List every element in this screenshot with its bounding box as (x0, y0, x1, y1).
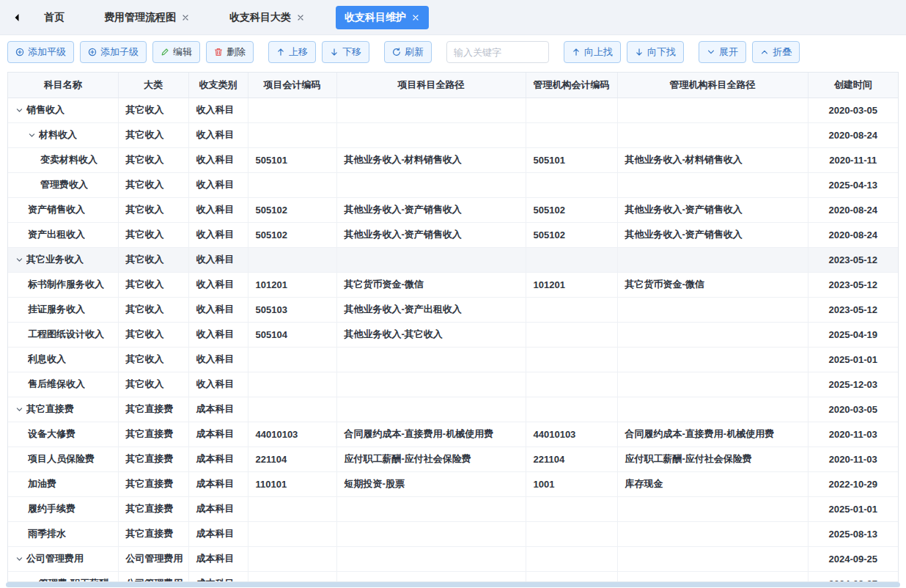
table-row[interactable]: 利息收入其它收入收入科目2025-01-01 (8, 347, 898, 372)
arrow-down-icon (330, 48, 339, 56)
collapse-label: 折叠 (773, 45, 792, 59)
find-group: 向上找向下找 (564, 41, 684, 63)
table-row[interactable]: 公司管理费用公司管理费用成本科目2024-09-25 (8, 546, 898, 571)
org-path-cell: 应付职工薪酬-应付社会保险费 (617, 446, 808, 471)
table-row[interactable]: 变卖材料收入其它收入收入科目505101其他业务收入-材料销售收入505101其… (8, 147, 898, 172)
table-row[interactable]: 其它直接费其它直接费成本科目2020-03-05 (8, 397, 898, 422)
created-cell: 2025-01-01 (808, 347, 898, 372)
keyword-search-input[interactable] (446, 41, 549, 63)
table-row[interactable]: 履约手续费其它直接费成本科目2025-01-01 (8, 496, 898, 521)
subject-name-cell: 其它业务收入 (8, 247, 118, 272)
find-down-label: 向下找 (647, 45, 676, 59)
created-cell: 2025-04-19 (808, 322, 898, 347)
org-path-cell: 其他业务收入-资产销售收入 (617, 197, 808, 222)
type-cell: 收入科目 (188, 272, 248, 297)
trash-icon (214, 48, 223, 56)
table-row[interactable]: 其它业务收入其它收入收入科目2023-05-12 (8, 247, 898, 272)
project-code-cell (248, 496, 336, 521)
tab-2[interactable]: 收支科目大类 (221, 6, 314, 29)
horizontal-scrollbar[interactable] (6, 582, 900, 587)
org-code-cell (526, 496, 617, 521)
table-row[interactable]: 挂证服务收入其它收入收入科目505103其他业务收入-资产出租收入2023-05… (8, 297, 898, 322)
org-path-cell (617, 347, 808, 372)
chevron-down-icon[interactable] (15, 405, 23, 414)
subject-name-cell: 售后维保收入 (8, 372, 118, 397)
category-cell: 其它收入 (118, 272, 188, 297)
created-cell: 2020-03-05 (808, 98, 898, 122)
project-code-cell: 505103 (248, 297, 336, 322)
table-row[interactable]: 管理费收入其它收入收入科目2025-04-13 (8, 172, 898, 197)
subject-table: 科目名称大类收支类别项目会计编码项目科目全路径管理机构会计编码管理机构科目全路径… (7, 72, 899, 582)
tab-3[interactable]: 收支科目维护 (336, 6, 429, 29)
project-path-cell (336, 122, 526, 147)
table-row[interactable]: 资产销售收入其它收入收入科目505102其他业务收入-资产销售收入505102其… (8, 197, 898, 222)
arrow-up-icon (572, 48, 581, 56)
table-row[interactable]: 资产出租收入其它收入收入科目505102其他业务收入-资产销售收入505102其… (8, 222, 898, 247)
move-up-button[interactable]: 上移 (268, 41, 316, 63)
table-row[interactable]: 标书制作服务收入其它收入收入科目101201其它货币资金-微信101201其它货… (8, 272, 898, 297)
column-header-3: 项目会计编码 (248, 73, 336, 98)
arrow-up-icon (276, 48, 285, 56)
type-cell: 收入科目 (188, 297, 248, 322)
chevron-down-icon[interactable] (15, 256, 23, 264)
refresh-button[interactable]: 刷新 (384, 41, 432, 63)
table-row[interactable]: 材料收入其它收入收入科目2020-08-24 (8, 122, 898, 147)
org-path-cell: 其他业务收入-材料销售收入 (617, 147, 808, 172)
org-code-cell (526, 521, 617, 546)
back-chevron-icon[interactable] (9, 10, 25, 26)
find-up-button[interactable]: 向上找 (564, 41, 621, 63)
created-cell: 2024-09-25 (808, 546, 898, 571)
find-down-button[interactable]: 向下找 (627, 41, 684, 63)
table-row[interactable]: 工程图纸设计收入其它收入收入科目505104其他业务收入-其它收入2025-04… (8, 322, 898, 347)
move-down-button[interactable]: 下移 (322, 41, 369, 63)
table-row[interactable]: 设备大修费其它直接费成本科目44010103合同履约成本-直接费用-机械使用费4… (8, 422, 898, 446)
chevron-down-icon[interactable] (15, 106, 23, 114)
subject-name: 利息收入 (28, 353, 66, 366)
tab-1[interactable]: 费用管理流程图 (95, 6, 199, 29)
org-code-cell: 221104 (526, 446, 617, 471)
project-code-cell (248, 172, 336, 197)
tab-list: 首页费用管理流程图收支科目大类收支科目维护 (35, 6, 429, 29)
subject-name-cell: 资产出租收入 (8, 222, 118, 247)
tab-label: 首页 (44, 11, 65, 24)
org-code-cell (526, 247, 617, 272)
created-cell: 2025-08-13 (808, 521, 898, 546)
org-path-cell (617, 397, 808, 422)
category-cell: 其它直接费 (118, 471, 188, 496)
close-icon[interactable] (296, 13, 305, 22)
add-child-button[interactable]: 添加子级 (80, 41, 147, 63)
org-path-cell (617, 496, 808, 521)
table-row[interactable]: 管理费-职工薪酬公司管理费用成本科目2024-09-27 (8, 571, 898, 582)
category-cell: 其它直接费 (118, 422, 188, 446)
arrow-down-icon (635, 48, 644, 56)
edit-button[interactable]: 编辑 (152, 41, 200, 63)
subject-name: 工程图纸设计收入 (28, 328, 104, 341)
type-cell: 收入科目 (188, 247, 248, 272)
add-sibling-button[interactable]: 添加平级 (7, 41, 74, 63)
close-icon[interactable] (411, 13, 420, 22)
refresh-label: 刷新 (405, 45, 424, 59)
chevron-down-icon[interactable] (15, 555, 23, 563)
chevron-down-icon[interactable] (28, 131, 36, 139)
org-code-cell (526, 397, 617, 422)
delete-label: 删除 (226, 45, 246, 59)
subject-name-cell: 公司管理费用 (8, 546, 118, 571)
table-row[interactable]: 项目人员保险费其它直接费成本科目221104应付职工薪酬-应付社会保险费2211… (8, 446, 898, 471)
project-path-cell: 其他业务收入-资产出租收入 (336, 297, 526, 322)
category-cell: 其它收入 (118, 297, 188, 322)
collapse-button[interactable]: 折叠 (752, 41, 800, 63)
table-row[interactable]: 雨季排水其它直接费成本科目2025-08-13 (8, 521, 898, 546)
toolbar: 添加平级添加子级编辑删除上移下移刷新向上找向下找展开折叠 (0, 35, 906, 69)
tab-0[interactable]: 首页 (35, 6, 73, 29)
table-row[interactable]: 售后维保收入其它收入收入科目2025-12-03 (8, 372, 898, 397)
org-path-cell: 库存现金 (617, 471, 808, 496)
close-icon[interactable] (181, 13, 190, 22)
table-row[interactable]: 销售收入其它收入收入科目2020-03-05 (8, 98, 898, 122)
project-path-cell (336, 98, 526, 122)
table-row[interactable]: 加油费其它直接费成本科目110101短期投资-股票1001库存现金2022-10… (8, 471, 898, 496)
project-path-cell (336, 546, 526, 571)
delete-button[interactable]: 删除 (206, 41, 254, 63)
created-cell: 2025-04-13 (808, 172, 898, 197)
expand-button[interactable]: 展开 (699, 41, 746, 63)
subject-name: 履约手续费 (28, 502, 76, 515)
